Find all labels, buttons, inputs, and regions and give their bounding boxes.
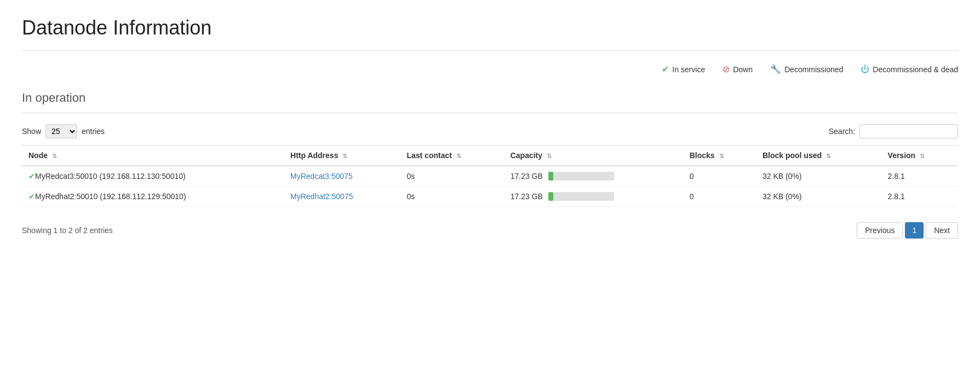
legend-in-service: ✔ In service [662, 64, 705, 74]
cell-capacity: 17.23 GB [504, 187, 683, 207]
cell-block-pool-used: 32 KB (0%) [756, 166, 881, 187]
sort-icon-capacity[interactable]: ⇅ [547, 153, 552, 159]
cell-node: ✔MyRedcat3:50010 (192.168.112.130:50010) [22, 166, 284, 187]
sort-icon-node[interactable]: ⇅ [52, 153, 57, 159]
table-row: ✔MyRedhat2:50010 (192.168.112.129:50010)… [22, 187, 958, 207]
col-node: Node ⇅ [22, 146, 284, 166]
legend-down-label: Down [733, 65, 753, 74]
legend-decommissioned-label: Decommissioned [784, 65, 843, 74]
capacity-value: 17.23 GB [511, 192, 543, 201]
pagination: Previous 1 Next [857, 222, 958, 239]
cell-node: ✔MyRedhat2:50010 (192.168.112.129:50010) [22, 187, 284, 207]
http-address-link[interactable]: MyRedhat2:50075 [290, 192, 353, 201]
page-1-button[interactable]: 1 [905, 222, 924, 239]
legend-in-service-label: In service [672, 65, 705, 74]
legend-decommissioned-dead: ⏻ Decommissioned & dead [861, 65, 958, 74]
sort-icon-blocks[interactable]: ⇅ [719, 153, 724, 159]
section-divider [22, 113, 958, 113]
page-title: Datanode Information [22, 16, 958, 39]
cell-blocks: 0 [683, 187, 756, 207]
search-box: Search: [829, 124, 958, 138]
capacity-bar-container [548, 172, 614, 181]
node-check-icon: ✔ [28, 192, 35, 201]
decom-icon: 🔧 [770, 64, 781, 74]
cell-last-contact: 0s [400, 166, 503, 187]
legend-decommissioned: 🔧 Decommissioned [770, 64, 843, 74]
cell-last-contact: 0s [400, 187, 503, 207]
node-check-icon: ✔ [28, 172, 35, 181]
search-input[interactable] [859, 124, 958, 138]
capacity-value: 17.23 GB [511, 172, 543, 181]
showing-text: Showing 1 to 2 of 2 entries [22, 226, 113, 235]
table-header-row: Node ⇅ Http Address ⇅ Last contact ⇅ Cap… [22, 146, 958, 166]
capacity-cell: 17.23 GB [511, 192, 677, 201]
next-button[interactable]: Next [926, 222, 958, 239]
show-entries-control: Show 25 50 100 entries [22, 124, 105, 138]
sort-icon-last-contact[interactable]: ⇅ [456, 153, 461, 159]
col-block-pool-used: Block pool used ⇅ [756, 146, 881, 166]
col-http-address: Http Address ⇅ [284, 146, 400, 166]
decom-dead-icon: ⏻ [861, 65, 869, 74]
show-label: Show [22, 127, 41, 136]
legend-down: ⊘ Down [723, 64, 753, 74]
section-title: In operation [22, 91, 958, 105]
cell-http-address: MyRedhat2:50075 [284, 187, 400, 207]
controls-row: Show 25 50 100 entries Search: [22, 124, 958, 138]
col-version: Version ⇅ [881, 146, 958, 166]
sort-icon-version[interactable]: ⇅ [920, 153, 925, 159]
table-row: ✔MyRedcat3:50010 (192.168.112.130:50010)… [22, 166, 958, 187]
down-icon: ⊘ [723, 64, 730, 74]
capacity-bar-fill [548, 192, 554, 201]
capacity-cell: 17.23 GB [511, 172, 677, 181]
bottom-row: Showing 1 to 2 of 2 entries Previous 1 N… [22, 214, 958, 239]
cell-blocks: 0 [683, 166, 756, 187]
previous-button[interactable]: Previous [857, 222, 903, 239]
datanode-table: Node ⇅ Http Address ⇅ Last contact ⇅ Cap… [22, 145, 958, 207]
col-capacity: Capacity ⇅ [504, 146, 683, 166]
cell-version: 2.8.1 [881, 166, 958, 187]
legend: ✔ In service ⊘ Down 🔧 Decommissioned ⏻ D… [22, 64, 958, 74]
col-last-contact: Last contact ⇅ [400, 146, 503, 166]
cell-capacity: 17.23 GB [504, 166, 683, 187]
col-blocks: Blocks ⇅ [683, 146, 756, 166]
cell-http-address: MyRedcat3:50075 [284, 166, 400, 187]
search-label: Search: [829, 127, 855, 136]
entries-select[interactable]: 25 50 100 [45, 124, 77, 138]
capacity-bar-fill [548, 172, 554, 181]
entries-label: entries [82, 127, 105, 136]
cell-version: 2.8.1 [881, 187, 958, 207]
sort-icon-http[interactable]: ⇅ [342, 153, 347, 159]
sort-icon-block-pool[interactable]: ⇅ [826, 153, 831, 159]
legend-decommissioned-dead-label: Decommissioned & dead [873, 65, 958, 74]
http-address-link[interactable]: MyRedcat3:50075 [290, 172, 353, 181]
title-divider [22, 50, 958, 51]
capacity-bar-container [548, 192, 614, 201]
check-icon: ✔ [662, 64, 669, 74]
cell-block-pool-used: 32 KB (0%) [756, 187, 881, 207]
